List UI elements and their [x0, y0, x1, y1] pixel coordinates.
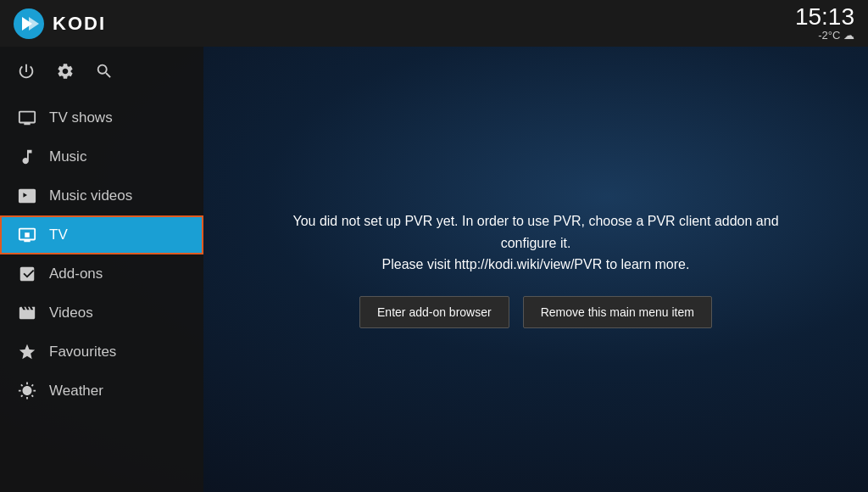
sidebar-controls — [0, 53, 203, 98]
sidebar: TV shows Music Music videos — [0, 47, 203, 492]
star-icon — [17, 342, 37, 362]
svg-rect-3 — [25, 232, 30, 238]
videos-icon — [17, 303, 37, 323]
sidebar-menu: TV shows Music Music videos — [0, 98, 203, 411]
sidebar-item-videos[interactable]: Videos — [0, 294, 203, 333]
content-area: TV shows Music Music videos — [0, 47, 868, 492]
pvr-dialog: You did not set up PVR yet. In order to … — [281, 210, 790, 328]
sidebar-item-label: Add-ons — [49, 266, 103, 282]
pvr-message: You did not set up PVR yet. In order to … — [281, 210, 790, 276]
music-icon — [17, 147, 37, 167]
music-videos-icon — [17, 186, 37, 206]
header: KODI 15:13 -2°C ☁ — [0, 0, 868, 47]
sidebar-item-music-videos[interactable]: Music videos — [0, 176, 203, 215]
app-title: KODI — [53, 13, 106, 35]
sidebar-item-tv-shows[interactable]: TV shows — [0, 98, 203, 137]
addons-icon — [17, 264, 37, 284]
sidebar-item-label: Music — [49, 148, 86, 165]
sidebar-item-weather[interactable]: Weather — [0, 372, 203, 411]
clock-display: 15:13 — [795, 5, 854, 29]
sidebar-item-label: Weather — [49, 383, 103, 400]
kodi-logo-icon — [14, 8, 44, 39]
sidebar-item-music[interactable]: Music — [0, 137, 203, 176]
remove-menu-item-button[interactable]: Remove this main menu item — [523, 296, 712, 328]
weather-display: -2°C ☁ — [818, 29, 854, 42]
sidebar-item-label: Videos — [49, 305, 93, 321]
power-icon[interactable] — [17, 62, 36, 85]
sidebar-item-label: Favourites — [49, 344, 116, 361]
settings-icon[interactable] — [56, 62, 75, 85]
sidebar-item-label: TV — [49, 226, 68, 243]
tv-live-icon — [17, 225, 37, 245]
search-icon[interactable] — [95, 62, 114, 85]
main-content: You did not set up PVR yet. In order to … — [203, 47, 868, 492]
header-right: 15:13 -2°C ☁ — [795, 5, 854, 42]
weather-icon — [17, 381, 37, 401]
tv-shows-icon — [17, 108, 37, 128]
sidebar-item-label: Music videos — [49, 187, 132, 204]
sidebar-item-label: TV shows — [49, 109, 113, 126]
header-left: KODI — [14, 8, 106, 39]
sidebar-item-tv[interactable]: TV — [0, 215, 203, 254]
pvr-buttons: Enter add-on browser Remove this main me… — [359, 296, 712, 328]
enter-addon-browser-button[interactable]: Enter add-on browser — [359, 296, 509, 328]
sidebar-item-addons[interactable]: Add-ons — [0, 254, 203, 294]
sidebar-item-favourites[interactable]: Favourites — [0, 333, 203, 372]
